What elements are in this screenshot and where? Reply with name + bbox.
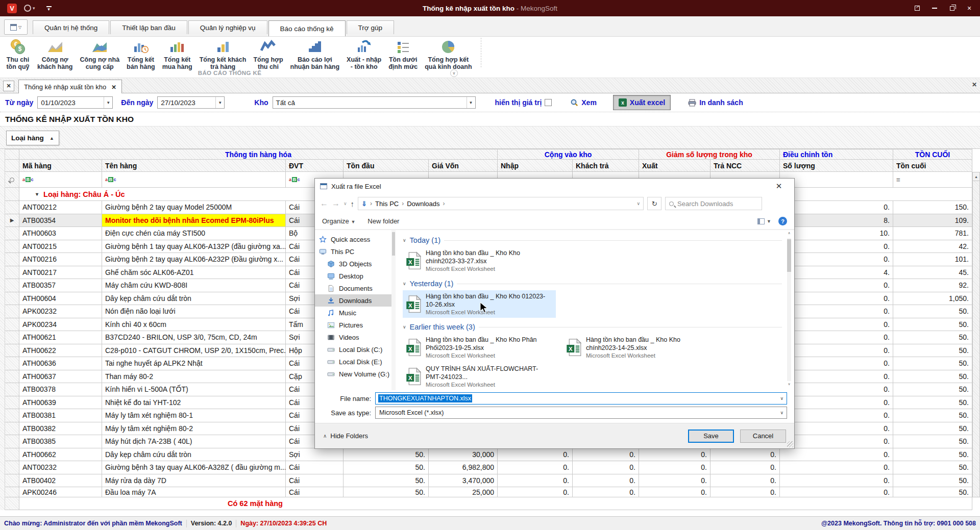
grid-cell[interactable]: APK00234 [19,318,102,332]
ribbon-item-7[interactable]: Tổng hợpthu chi [250,38,286,71]
grid-cell[interactable]: 0. [780,331,893,344]
grid-cell[interactable]: 50. [344,487,429,497]
grid-cell[interactable]: Tai nghe huyết áp ALPK2 Nhật [102,357,286,370]
filter-cell-10[interactable]: = [780,172,893,188]
dialog-close-button[interactable]: ✕ [769,182,789,191]
grid-cell[interactable]: 0. [639,461,710,474]
grid-cell[interactable]: 0. [710,487,780,497]
scroll-up-icon[interactable]: ▲ [973,172,979,181]
grid-vertical-scrollbar[interactable]: ▲ [972,172,980,497]
ribbon-item-8[interactable]: Báo cáo lợinhuận bán hàng [287,38,344,71]
tab-close-icon[interactable]: ✕ [111,84,116,91]
ribbon-item-11[interactable]: Tổng hợp kếtquả kinh doanh [421,38,475,71]
chevron-down-icon[interactable]: ▼ [215,97,224,108]
grid-cell[interactable]: 0. [780,305,893,318]
grid-cell[interactable]: 42. [893,240,972,254]
file-list-scrollbar[interactable]: ∧ ∨ [786,231,792,388]
breadcrumb-downloads[interactable]: Downloads [407,200,439,208]
grid-cell[interactable]: 50. [893,383,972,396]
grid-cell[interactable]: 50. [893,409,972,422]
fullscreen-button[interactable] [909,0,926,16]
grid-cell[interactable]: 10. [780,227,893,240]
grid-cell[interactable]: APK00232 [19,305,102,318]
grid-cell[interactable]: Điện cực chén của máy STI500 [102,227,286,240]
grid-cell[interactable]: 50. [344,448,429,462]
column-header-5[interactable]: Giá Vốn [429,160,498,172]
grid-cell[interactable]: Máy châm cứu KWD-808I [102,279,286,292]
sidebar-item-desktop[interactable]: Desktop [315,270,391,282]
collapse-triangle-icon[interactable]: ▾ [36,191,38,197]
close-button[interactable]: × [961,0,978,16]
ribbon-item-2[interactable]: Công nợkhách hàng [34,38,76,71]
column-header-6[interactable]: Nhập [498,160,573,172]
grid-cell[interactable]: Cái [286,474,344,488]
print-list-button[interactable]: In danh sách [688,98,743,107]
grid-cell[interactable]: 0. [780,435,893,448]
resize-grip[interactable] [787,441,793,447]
sidebar-item-local-disk-c-[interactable]: Local Disk (C:) [315,343,391,356]
scroll-up-icon[interactable]: ∧ [786,231,792,237]
hide-folders-button[interactable]: ∧ Hide Folders [323,432,368,440]
grid-cell[interactable]: Giường bệnh 2 tay quay ALK06-A232P (Đầu … [102,253,286,266]
grid-cell[interactable]: 1,050. [893,292,972,306]
grid-cell[interactable]: ATB00381 [19,409,102,422]
new-folder-button[interactable]: New folder [368,217,399,225]
file-item[interactable]: XHàng tồn kho ban đầu _ Kho Kho chính202… [403,247,556,274]
grid-cell[interactable]: Đầu loa máy 7A [102,487,286,497]
to-date-input[interactable]: 27/10/2023▼ [157,96,225,109]
ribbon-item-5[interactable]: Tổng kếtmua hàng [159,38,196,71]
column-header-4[interactable]: Tồn đầu [344,160,429,172]
grid-cell[interactable]: B37CD240 - BRILON, USP 3/0, 75cm, CD, 24… [102,331,286,344]
save-type-select[interactable]: Microsoft Excel (*.xlsx) ∨ [375,407,787,419]
breadcrumb-this-pc[interactable]: This PC [375,200,399,208]
grid-cell[interactable]: ATH00603 [19,227,102,240]
refresh-button[interactable]: ↻ [647,197,662,210]
sidebar-item-new-volume-g-[interactable]: New Volume (G:) [315,368,391,380]
grid-cell[interactable]: Nón điện não loại lưới [102,305,286,318]
grid-cell[interactable]: 8. [780,214,893,228]
menu-tab-5[interactable]: Trợ gúp [347,20,394,34]
grid-cell[interactable]: 50. [893,461,972,474]
grid-cell[interactable]: 0. [780,409,893,422]
grid-cell[interactable]: 0. [780,344,893,358]
grid-cell[interactable]: 0. [780,357,893,370]
grid-cell[interactable]: Máy rửa dạ dày 7D [102,474,286,488]
ribbon-item-9[interactable]: Xuất - nhập- tồn kho [343,38,385,71]
grid-cell[interactable]: 50. [893,474,972,488]
from-date-input[interactable]: 01/10/2023▼ [37,96,113,109]
sidebar-scrollbar[interactable] [391,230,396,390]
grid-cell[interactable]: C28-p010 - CATGUT CHROM, USP 2/0, 1X150c… [102,344,286,358]
grid-cell[interactable]: 0. [639,487,710,497]
ribbon-item-1[interactable]: €$Thu chitồn quỹ [2,38,34,71]
grid-cell[interactable]: 50. [893,370,972,384]
grid-cell[interactable]: 50. [893,487,972,497]
back-icon[interactable]: ← [320,199,328,208]
grid-cell[interactable]: 0. [780,396,893,410]
grid-cell[interactable]: ANT00232 [19,461,102,474]
ribbon-item-6[interactable]: Tổng kết kháchtrả hàng [196,38,250,71]
grid-cell[interactable]: 0. [639,448,710,462]
grid-cell[interactable]: 0. [573,461,639,474]
grid-cell[interactable]: ANT00216 [19,253,102,266]
grid-cell[interactable]: ATH00604 [19,292,102,306]
grid-cell[interactable]: 50. [893,331,972,344]
grid-cell[interactable]: ATH00637 [19,370,102,384]
grid-cell[interactable]: Máy ly tâm xét nghiệm 80-1 [102,409,286,422]
warehouse-select[interactable]: Tất cả▼ [273,96,476,109]
file-item[interactable]: XQUY TRÌNH SẢN XUẤT-FLOWCHART-PMT-241023… [403,363,556,390]
file-item[interactable]: XHàng tồn kho ban đầu _ Kho Kho chính202… [563,334,716,361]
grid-cell[interactable]: APK00246 [19,487,102,497]
grid-cell[interactable]: 50. [893,435,972,448]
menu-tab-2[interactable]: Thiết lập ban đầu [110,20,187,34]
grid-cell[interactable]: 50. [893,357,972,370]
grid-cell[interactable]: ANT00212 [19,201,102,214]
file-group-header[interactable]: ∨Yesterday (1) [403,279,782,289]
file-group-header[interactable]: ∨Earlier this week (3) [403,322,782,332]
chevron-down-icon[interactable]: ▼ [104,97,112,108]
grid-cell[interactable]: ATH00636 [19,357,102,370]
grid-cell[interactable]: 0. [498,487,573,497]
grid-cell[interactable]: 0. [780,253,893,266]
grid-cell[interactable]: 0. [780,461,893,474]
grid-cell[interactable]: Ghế chăm sóc ALK06-AZ01 [102,266,286,280]
grid-cell[interactable]: Kính hiển vi L-500A (TỐT) [102,383,286,396]
